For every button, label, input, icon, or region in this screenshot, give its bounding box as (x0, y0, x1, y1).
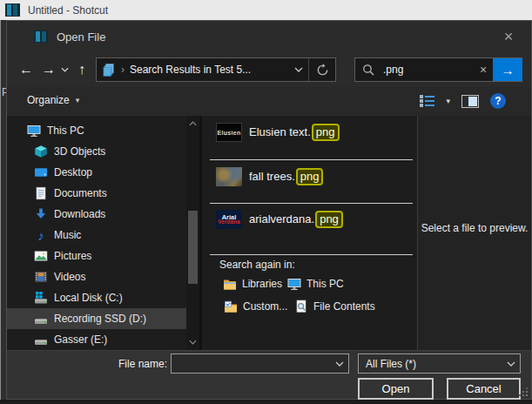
sidebar-item-videos[interactable]: Videos (7, 266, 186, 287)
address-dropdown-chevron-icon[interactable] (289, 67, 308, 72)
clear-search-icon[interactable]: × (474, 63, 493, 77)
sidebar-item-recording-ssd-d[interactable]: Recording SSD (D:) (7, 308, 186, 329)
file-name: fall trees.png (249, 168, 323, 185)
cancel-button[interactable]: Cancel (447, 378, 521, 400)
sidebar-scrollbar[interactable] (186, 116, 199, 350)
file-item-arialverdana[interactable]: Arial Verdana arialverdana.png (216, 208, 343, 231)
search-input[interactable] (381, 63, 474, 77)
windows-drive-icon (34, 291, 48, 305)
search-again-this-pc[interactable]: This PC (287, 276, 344, 292)
navigation-sidebar: This PC 3D Objects Desktop Documents (7, 116, 186, 350)
sidebar-item-local-disk-c[interactable]: Local Disk (C:) (7, 287, 186, 308)
search-results-folder-icon (103, 64, 116, 77)
scrollbar-thumb[interactable] (188, 211, 198, 284)
preview-pane: Select a file to preview. (418, 116, 531, 350)
file-search-icon (294, 300, 308, 313)
sidebar-item-downloads[interactable]: Downloads (7, 204, 186, 225)
search-match-highlight: png (312, 124, 340, 141)
dialog-footer: File name: All Files (*) Open Cancel (7, 350, 531, 399)
breadcrumb: Search Results in Test 5... (130, 64, 289, 76)
file-thumbnail (216, 167, 242, 186)
organize-label: Organize (27, 94, 70, 106)
list-separator (210, 159, 413, 160)
file-type-value: All Files (*) (359, 358, 502, 370)
file-type-select[interactable]: All Files (*) (358, 354, 521, 374)
search-go-button[interactable]: → (493, 58, 522, 81)
views-caret-icon[interactable]: ▾ (446, 97, 450, 105)
background-window-edge: P (0, 20, 6, 400)
search-again-file-contents[interactable]: File Contents (294, 299, 375, 314)
file-item-fall-trees[interactable]: fall trees.png (216, 165, 323, 188)
details-view-icon[interactable] (420, 95, 434, 107)
organize-menu-button[interactable]: Organize ▾ (27, 94, 79, 106)
forward-button[interactable]: → (39, 63, 58, 77)
shotcut-logo-icon (5, 3, 20, 17)
file-name-input[interactable] (172, 358, 331, 370)
dialog-titlebar: Open File (7, 21, 531, 52)
close-icon[interactable]: × (496, 26, 521, 47)
preview-message: Select a file to preview. (418, 222, 531, 234)
app-titlebar: Untitled - Shotcut (0, 0, 532, 20)
music-icon: ♪ (34, 228, 48, 242)
video-icon (34, 270, 48, 284)
search-box: × → (354, 57, 522, 82)
list-separator (210, 254, 413, 255)
refresh-icon[interactable] (308, 58, 335, 81)
help-icon[interactable]: ? (490, 93, 506, 109)
file-type-dropdown-chevron-icon (502, 361, 520, 367)
organize-caret-icon: ▾ (76, 96, 80, 104)
resize-grip[interactable] (519, 387, 528, 396)
scroll-up-icon[interactable] (186, 118, 199, 130)
file-item-elusien-text[interactable]: Elusien Elusien text.png (216, 121, 340, 144)
scroll-down-icon[interactable] (186, 336, 199, 348)
preview-pane-icon[interactable] (461, 95, 479, 108)
sidebar-item-documents[interactable]: Documents (7, 183, 186, 204)
sidebar-item-this-pc[interactable]: This PC (7, 120, 186, 141)
sidebar-item-gasser-e[interactable]: Gasser (E:) (7, 329, 186, 350)
desktop-icon (34, 165, 48, 179)
recent-locations-chevron-icon[interactable] (58, 67, 71, 72)
file-name-dropdown-chevron-icon[interactable] (331, 361, 348, 367)
search-match-highlight: png (296, 168, 324, 185)
search-again-libraries[interactable]: Libraries (223, 276, 282, 292)
monitor-icon (287, 277, 301, 291)
open-file-dialog: Open File × ← → ↑ › Search Results in Te… (6, 20, 532, 400)
sidebar-item-desktop[interactable]: Desktop (7, 162, 186, 183)
list-separator (210, 203, 413, 204)
file-name: Elusien text.png (249, 124, 340, 141)
sidebar-item-pictures[interactable]: Pictures (7, 246, 186, 266)
back-button[interactable]: ← (17, 63, 36, 77)
view-controls: ▾ ? (420, 93, 506, 109)
dialog-title: Open File (57, 30, 105, 44)
search-icon (362, 64, 374, 76)
document-icon (34, 186, 48, 200)
file-thumbnail: Elusien (216, 123, 242, 142)
cube-icon (34, 145, 48, 158)
monitor-icon (27, 124, 41, 138)
picture-icon (34, 249, 48, 263)
file-name-combo (171, 354, 349, 374)
open-button[interactable]: Open (358, 378, 434, 400)
up-button[interactable]: ↑ (72, 63, 91, 77)
shotcut-logo-icon (34, 30, 48, 43)
file-name: arialverdana.png (249, 211, 343, 228)
sidebar-item-music[interactable]: ♪ Music (7, 225, 186, 246)
search-again-custom[interactable]: Custom... (224, 299, 287, 314)
command-toolbar: Organize ▾ ▾ ? (7, 87, 531, 116)
custom-folder-icon (224, 300, 238, 313)
drive-icon (34, 333, 48, 347)
breadcrumb-separator: › (121, 64, 125, 76)
sidebar-item-3d-objects[interactable]: 3D Objects (7, 141, 186, 162)
navigation-bar: ← → ↑ › Search Results in Test 5... (7, 52, 531, 87)
file-thumbnail: Arial Verdana (216, 210, 242, 229)
app-title: Untitled - Shotcut (28, 4, 108, 17)
download-icon (34, 207, 48, 221)
file-list: Elusien Elusien text.png fall trees.png … (202, 116, 417, 350)
search-match-highlight: png (315, 211, 343, 228)
search-again-label: Search again in: (219, 259, 295, 271)
dialog-content: This PC 3D Objects Desktop Documents (7, 116, 531, 350)
address-bar[interactable]: › Search Results in Test 5... (96, 57, 336, 82)
drive-icon (34, 312, 48, 326)
libraries-folder-icon (223, 278, 237, 291)
file-name-label: File name: (117, 358, 167, 370)
